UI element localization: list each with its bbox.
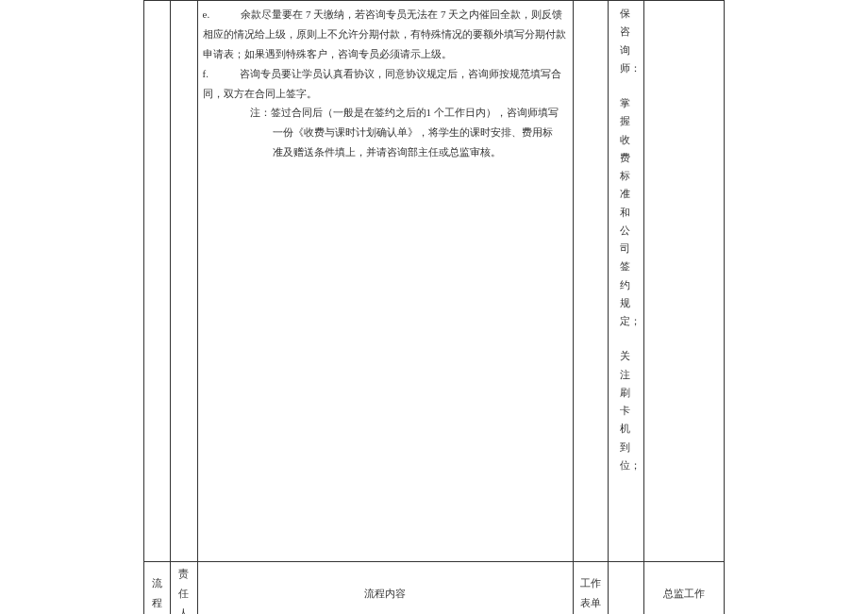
cell-col5: 保咨询师： 掌握收费标准和公司签约规定； 关注刷卡机到位； — [609, 1, 644, 562]
table-header-row: 流程 责任人 流程内容 工作表单 总监工作 — [144, 562, 725, 615]
paragraph-f: f. 咨询专员要让学员认真看协议，同意协议规定后，咨询师按规范填写合同，双方在合… — [203, 64, 568, 104]
header-process: 流程 — [144, 562, 171, 615]
header-worksheet-label: 工作表单 — [579, 573, 602, 613]
table-row: e. 余款尽量要在 7 天缴纳，若咨询专员无法在 7 天之内催回全款，则反馈相应… — [144, 1, 725, 562]
paragraph-e: e. 余款尽量要在 7 天缴纳，若咨询专员无法在 7 天之内催回全款，则反馈相应… — [203, 5, 568, 64]
note-block: 注：签过合同后（一般是在签约之后的1 个工作日内），咨询师填写一份《收费与课时计… — [203, 103, 568, 162]
header-responsible: 责任人 — [171, 562, 197, 615]
cell-col4 — [573, 1, 609, 562]
process-table: e. 余款尽量要在 7 天缴纳，若咨询专员无法在 7 天之内催回全款，则反馈相应… — [143, 0, 725, 614]
note-text: 注：签过合同后（一般是在签约之后的1 个工作日内），咨询师填写一份《收费与课时计… — [250, 103, 560, 162]
header-responsible-label: 责任人 — [178, 564, 190, 614]
cell-process-content: e. 余款尽量要在 7 天缴纳，若咨询专员无法在 7 天之内催回全款，则反馈相应… — [197, 1, 573, 562]
document-page: e. 余款尽量要在 7 天缴纳，若咨询专员无法在 7 天之内催回全款，则反馈相应… — [143, 0, 725, 614]
cell-col6 — [644, 1, 725, 562]
text-f: f. 咨询专员要让学员认真看协议，同意协议规定后，咨询师按规范填写合同，双方在合… — [203, 68, 561, 99]
text-e: e. 余款尽量要在 7 天缴纳，若咨询专员无法在 7 天之内催回全款，则反馈相应… — [203, 8, 566, 59]
header-content: 流程内容 — [197, 562, 573, 615]
col5-text-3: 关注刷卡机到位； — [620, 350, 641, 471]
header-col5 — [609, 562, 644, 615]
col5-vertical-text: 保咨询师： 掌握收费标准和公司签约规定； 关注刷卡机到位； — [620, 5, 633, 474]
header-worksheet: 工作表单 — [573, 562, 609, 615]
col5-text-2: 掌握收费标准和公司签约规定； — [620, 97, 641, 326]
col5-text-1: 保咨询师： — [620, 8, 641, 74]
cell-col2 — [171, 1, 197, 562]
header-director-work: 总监工作 — [644, 562, 725, 615]
header-process-label: 流程 — [152, 573, 163, 613]
cell-col1 — [144, 1, 171, 562]
